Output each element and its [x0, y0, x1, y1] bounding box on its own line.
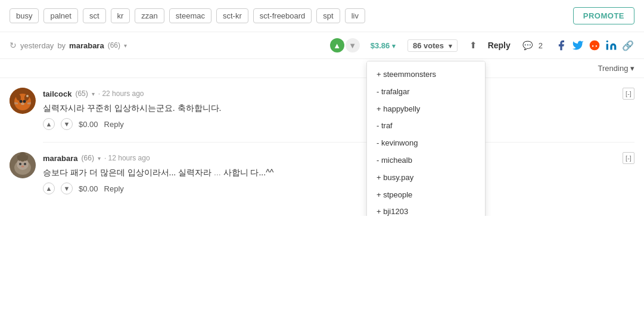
downvote-button[interactable]: ▼: [346, 38, 360, 52]
tag-sct-freeboard[interactable]: sct-freeboard: [253, 8, 312, 23]
comment-downvote-marabara[interactable]: ▼: [61, 182, 73, 194]
reply-button[interactable]: Reply: [488, 41, 511, 50]
comment-marabara: marabara (66) ▾ · 12 hours ago [-] 승보다 패…: [10, 152, 634, 194]
avatar-marabara: [10, 152, 36, 178]
voter-item: + stpeople: [367, 187, 485, 204]
voter-item: - kevinwong: [367, 135, 485, 152]
comment-text-marabara: 승보다 패가 더 많은데 입상이라서... 실력자라 ... 사합니 다...^…: [43, 166, 634, 179]
refresh-icon[interactable]: ↻: [10, 41, 17, 50]
share-icon[interactable]: ⬆: [469, 40, 477, 51]
comment-time-marabara: · 12 hours ago: [104, 154, 150, 162]
comment-body-tailcock: tailcock (65) ▾ · 22 hours ago [-] 실력자시라…: [43, 88, 634, 130]
svg-point-18: [24, 163, 26, 165]
post-meta-left: ↻ yesterday by marabara (66) ▾: [10, 41, 127, 50]
comment-reply-tailcock[interactable]: Reply: [104, 120, 124, 129]
trending-dropdown-icon: ▾: [630, 64, 634, 73]
svg-point-1: [606, 41, 608, 42]
trending-label[interactable]: Trending ▾: [598, 64, 634, 73]
twitter-icon[interactable]: [571, 39, 584, 52]
voter-item: + happybelly: [367, 101, 485, 118]
section-header: Trending ▾: [0, 59, 644, 78]
comment-upvote-marabara[interactable]: ▲: [43, 182, 55, 194]
tag-sct[interactable]: sct: [83, 8, 106, 23]
votes-count-badge[interactable]: 86 votes ▾: [407, 39, 458, 52]
svg-point-17: [19, 163, 21, 165]
tag-kr[interactable]: kr: [111, 8, 130, 23]
commenter-name-marabara[interactable]: marabara: [43, 154, 78, 163]
vote-buttons: ▲ ▼: [330, 38, 360, 52]
comment-reply-marabara[interactable]: Reply: [104, 184, 124, 193]
comment-count: 2: [539, 41, 543, 50]
linkedin-icon[interactable]: [605, 39, 618, 52]
comments-section: tailcock (65) ▾ · 22 hours ago [-] 실력자시라…: [0, 78, 644, 216]
comment-divider-1: [43, 142, 634, 143]
voter-item: - michealb: [367, 152, 485, 169]
comment-actions-marabara: ▲ ▼ $0.00 Reply: [43, 182, 634, 194]
collapse-button-tailcock[interactable]: [-]: [623, 88, 634, 100]
post-reputation: (66): [108, 41, 120, 50]
social-icons: 🔗: [555, 39, 634, 52]
facebook-icon[interactable]: [555, 39, 568, 52]
comment-actions-tailcock: ▲ ▼ $0.00 Reply: [43, 118, 634, 130]
author-dropdown-icon[interactable]: ▾: [124, 42, 127, 49]
tag-liv[interactable]: liv: [345, 8, 365, 23]
price-dropdown-icon[interactable]: ▾: [392, 42, 396, 50]
svg-point-19: [21, 166, 24, 168]
voter-item: + bji1203: [367, 203, 485, 216]
comment-time-tailcock: · 22 hours ago: [98, 89, 144, 98]
reddit-icon[interactable]: [588, 39, 601, 52]
tag-palnet[interactable]: palnet: [43, 8, 77, 23]
comment-upvote-tailcock[interactable]: ▲: [43, 118, 55, 130]
svg-point-6: [20, 100, 23, 103]
voter-item: - traf: [367, 117, 485, 135]
commenter-name-tailcock[interactable]: tailcock: [43, 89, 71, 98]
avatar-tailcock: [10, 88, 36, 114]
commenter-rep-dropdown[interactable]: ▾: [92, 91, 95, 97]
upvote-button[interactable]: ▲: [330, 38, 344, 52]
votes-dropdown: + steemmonsters - trafalgar + happybelly…: [366, 61, 486, 216]
promote-button[interactable]: PROMOTE: [573, 7, 634, 24]
voter-item: + steemmonsters: [367, 66, 485, 83]
svg-point-0: [590, 41, 600, 51]
comment-price-marabara: $0.00: [79, 184, 98, 193]
post-meta-bar: ↻ yesterday by marabara (66) ▾ ▲ ▼ $3.86…: [0, 32, 644, 59]
voter-item: - trafalgar: [367, 83, 485, 101]
voter-item: + busy.pay: [367, 169, 485, 187]
collapse-button-marabara[interactable]: [-]: [623, 152, 634, 164]
commenter-reputation-marabara: (66): [82, 154, 94, 162]
votes-dropdown-icon[interactable]: ▾: [449, 42, 452, 50]
commenter-rep-dropdown-marabara[interactable]: ▾: [98, 155, 101, 162]
comment-tailcock: tailcock (65) ▾ · 22 hours ago [-] 실력자시라…: [10, 88, 634, 130]
comment-header-marabara: marabara (66) ▾ · 12 hours ago [-]: [43, 152, 634, 164]
comment-icon: 💬: [522, 41, 533, 50]
by-label: by: [57, 41, 66, 50]
comment-header-tailcock: tailcock (65) ▾ · 22 hours ago [-]: [43, 88, 634, 100]
tag-sct-kr[interactable]: sct-kr: [216, 8, 248, 23]
comment-body-marabara: marabara (66) ▾ · 12 hours ago [-] 승보다 패…: [43, 152, 634, 194]
commenter-reputation-tailcock: (65): [75, 89, 88, 98]
comment-downvote-tailcock[interactable]: ▼: [61, 118, 73, 130]
post-price[interactable]: $3.86 ▾: [371, 41, 396, 50]
comment-price-tailcock: $0.00: [79, 120, 98, 129]
post-author[interactable]: marabara: [69, 41, 104, 50]
svg-point-8: [21, 103, 24, 105]
svg-point-7: [23, 100, 26, 103]
tags-bar: busy palnet sct kr zzan steemac sct-kr s…: [0, 0, 644, 32]
tag-busy[interactable]: busy: [10, 8, 39, 23]
comment-text-tailcock: 실력자시라 꾸준히 입상하시는군요. 축하합니다.: [43, 102, 634, 115]
post-time: yesterday: [20, 41, 54, 50]
section-meta: Trending ▾: [598, 64, 634, 73]
svg-point-13: [26, 95, 29, 97]
link-icon[interactable]: 🔗: [621, 39, 634, 52]
tag-steemac[interactable]: steemac: [169, 8, 211, 23]
tag-spt[interactable]: spt: [316, 8, 340, 23]
tag-zzan[interactable]: zzan: [135, 8, 164, 23]
